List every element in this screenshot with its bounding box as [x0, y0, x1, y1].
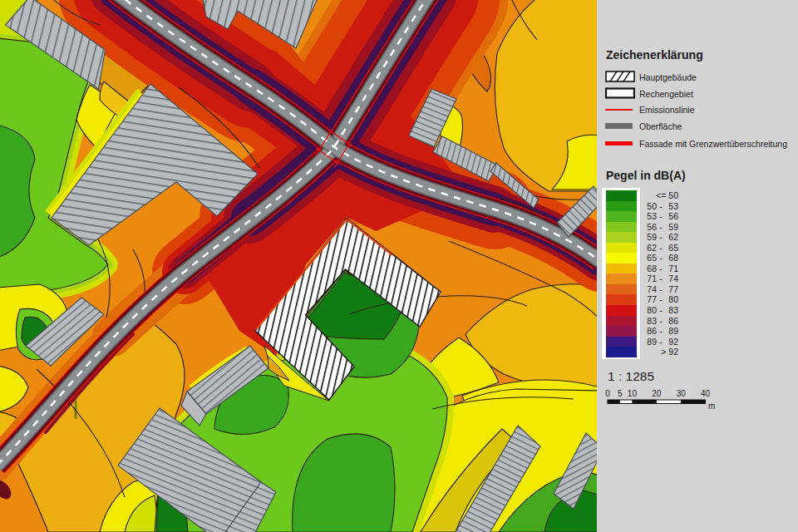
svg-text:40: 40: [701, 389, 711, 398]
svg-text:0: 0: [605, 389, 610, 398]
svg-text:20: 20: [652, 389, 662, 398]
svg-text:30: 30: [677, 389, 687, 398]
svg-text:m: m: [708, 401, 715, 411]
svg-text:10: 10: [628, 389, 638, 398]
svg-text:5: 5: [618, 389, 623, 398]
